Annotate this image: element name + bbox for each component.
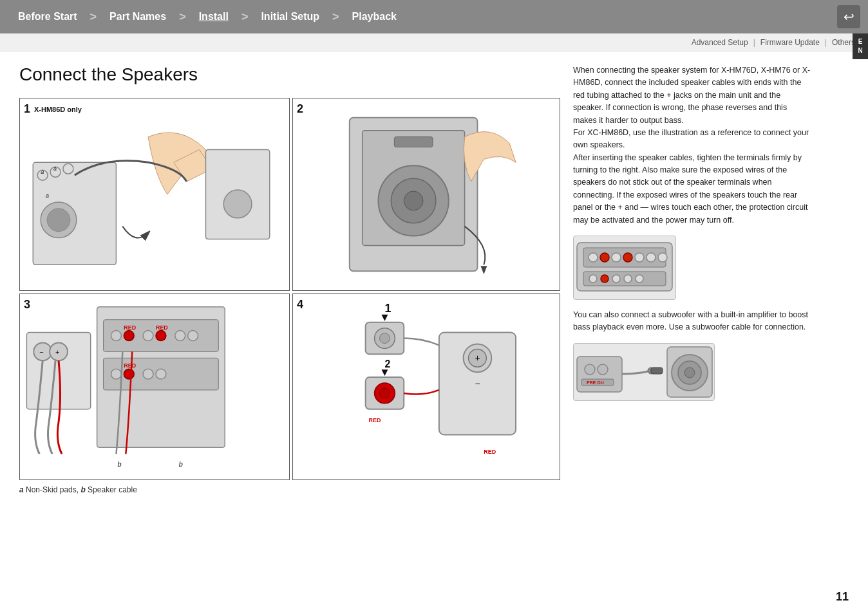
svg-point-64: [635, 253, 644, 262]
svg-text:RED: RED: [484, 449, 496, 455]
svg-text:a: a: [46, 192, 49, 199]
diagram-box-3: 3 − +: [19, 293, 290, 480]
diagram-label-3: 3: [24, 298, 30, 312]
svg-rect-16: [394, 137, 433, 147]
svg-point-26: [124, 331, 134, 341]
nav-item-before-start[interactable]: Before Start: [10, 11, 85, 23]
caption-a-text: Non-Skid pads,: [26, 485, 79, 494]
page-number: 11: [836, 590, 849, 604]
svg-point-72: [636, 275, 643, 283]
svg-text:RED: RED: [156, 324, 168, 331]
svg-point-70: [612, 275, 620, 283]
sub-nav-advanced-setup[interactable]: Advanced Setup: [692, 38, 748, 47]
sub-nav-firmware-update[interactable]: Firmware Update: [760, 38, 820, 47]
svg-point-75: [598, 364, 608, 375]
svg-point-27: [143, 331, 153, 341]
svg-point-61: [600, 253, 609, 262]
connector-image: [573, 236, 676, 300]
svg-point-25: [111, 331, 121, 341]
svg-text:1: 1: [384, 302, 391, 315]
diagram-label-2: 2: [297, 102, 303, 116]
svg-text:a: a: [41, 169, 44, 175]
diagram-sublabel-1: X-HM86D only: [34, 106, 82, 113]
svg-text:b: b: [179, 460, 183, 468]
diagram-label-1: 1 X-HM86D only: [24, 102, 82, 116]
svg-rect-79: [651, 367, 663, 374]
svg-text:−: −: [475, 378, 480, 389]
svg-text:2: 2: [384, 358, 390, 369]
svg-point-62: [612, 253, 621, 262]
svg-point-65: [646, 253, 656, 262]
diagram-box-1: 1 X-HM86D only a a: [19, 98, 290, 291]
nav-item-playback[interactable]: Playback: [344, 11, 404, 23]
diagram-box-4: 4 1 2: [292, 293, 560, 480]
language-badge: EN: [853, 33, 868, 59]
svg-text:+: +: [475, 353, 480, 363]
diagram-num-1: 1: [24, 102, 30, 116]
page-title: Connect the Speakers: [19, 64, 560, 85]
svg-marker-47: [381, 369, 388, 376]
svg-rect-73: [577, 357, 622, 392]
sub-navigation: Advanced Setup | Firmware Update | Other…: [0, 33, 868, 51]
svg-text:b: b: [117, 460, 121, 468]
nav-item-install[interactable]: Install: [191, 11, 236, 23]
svg-point-71: [624, 275, 632, 283]
svg-point-66: [658, 253, 667, 262]
svg-point-37: [143, 369, 153, 379]
svg-point-68: [589, 275, 597, 283]
caption-a-letter: a: [19, 485, 24, 494]
svg-point-2: [47, 209, 70, 232]
top-navigation: Before Start > Part Names > Install > In…: [0, 0, 868, 33]
description-para1: When connecting the speaker system for X…: [573, 64, 811, 227]
diagram-image-2: [293, 98, 560, 290]
nav-sep-4: >: [332, 10, 339, 24]
svg-point-45: [380, 333, 390, 344]
svg-point-63: [623, 253, 632, 262]
subwoofer-image: PRE OU: [573, 343, 715, 401]
diagram-row-bottom: 3 − +: [19, 293, 560, 480]
svg-text:PRE OU: PRE OU: [587, 380, 604, 385]
svg-point-10: [223, 190, 252, 218]
svg-marker-17: [480, 266, 487, 274]
nav-item-initial-setup[interactable]: Initial Setup: [253, 11, 327, 23]
diagram-grid: 1 X-HM86D only a a: [19, 98, 560, 480]
svg-text:RED: RED: [124, 324, 136, 331]
svg-text:−: −: [39, 348, 43, 356]
svg-point-29: [175, 331, 185, 341]
main-content: Connect the Speakers 1 X-HM86D only: [0, 51, 868, 614]
caption-b-letter: b: [80, 485, 85, 494]
svg-point-28: [156, 331, 166, 341]
svg-text:RED: RED: [369, 417, 381, 423]
diagram-image-4: 1 2 RED: [293, 294, 560, 479]
diagram-num-4: 4: [297, 298, 303, 312]
diagram-image-1: a a a: [20, 98, 289, 290]
svg-marker-42: [381, 315, 388, 321]
right-section: When connecting the speaker system for X…: [573, 64, 811, 608]
svg-text:RED: RED: [124, 362, 136, 369]
svg-point-38: [156, 369, 166, 379]
description-para2: You can also connect a subwoofer with a …: [573, 309, 811, 334]
svg-point-35: [124, 369, 134, 379]
svg-point-74: [585, 364, 595, 375]
svg-point-34: [111, 369, 121, 379]
nav-sep-1: >: [90, 10, 97, 24]
svg-text:+: +: [55, 348, 59, 356]
svg-point-15: [404, 191, 423, 210]
diagram-label-4: 4: [297, 298, 303, 312]
svg-point-69: [601, 275, 609, 283]
back-button[interactable]: ↩: [837, 5, 860, 28]
diagram-box-2: 2: [292, 98, 560, 291]
svg-point-5: [63, 163, 73, 174]
caption: a Non-Skid pads, b Speaker cable: [19, 485, 560, 494]
nav-item-part-names[interactable]: Part Names: [102, 11, 174, 23]
nav-sep-2: >: [179, 10, 186, 24]
svg-point-83: [684, 367, 695, 378]
sub-sep-2: |: [825, 38, 827, 47]
diagram-image-3: − +: [20, 294, 289, 479]
svg-point-50: [380, 388, 390, 398]
svg-text:a: a: [53, 165, 57, 172]
nav-sep-3: >: [241, 10, 249, 24]
sub-sep-1: |: [753, 38, 755, 47]
svg-point-30: [188, 331, 198, 341]
sub-nav-others[interactable]: Others: [832, 38, 855, 47]
